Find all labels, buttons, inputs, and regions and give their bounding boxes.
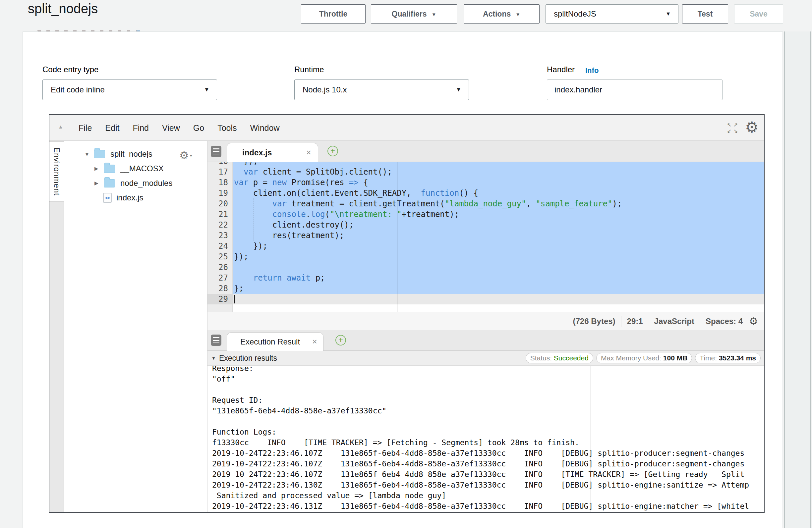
handler-input[interactable] [547, 79, 723, 100]
status-item: 29:1 [621, 316, 649, 327]
page-scrollbar[interactable] [784, 31, 811, 528]
code-tabbar: index.js × + [207, 141, 764, 162]
gutter-line-number: 21 [207, 209, 233, 220]
code-entry-type-label: Code entry type [42, 65, 99, 74]
tree-item-__MACOSX[interactable]: ▶__MACOSX [64, 161, 207, 176]
gutter-line-number: 16 [207, 162, 233, 166]
tab-execution-result[interactable]: Execution Result × [227, 332, 323, 351]
tab-list-icon[interactable] [211, 146, 221, 157]
tree-item-index.js[interactable]: <>index.js [64, 190, 207, 205]
new-tab-button[interactable]: + [335, 335, 346, 346]
menu-go[interactable]: Go [193, 123, 204, 133]
tree-item-label: index.js [116, 193, 143, 202]
test-event-select[interactable]: splitNodeJS ▼ [546, 4, 679, 24]
gutter-line-number: 25 [207, 251, 233, 262]
menu-find[interactable]: Find [133, 123, 149, 133]
clipped-text-sliver [38, 30, 137, 31]
gutter-line-number: 19 [207, 188, 233, 199]
tree-settings-gear-icon[interactable]: ⚙▾ [179, 150, 192, 161]
statusbar-gear-icon[interactable]: ⚙ [749, 316, 758, 327]
execution-results-header: ▼ Execution results Status: SucceededMax… [207, 351, 764, 366]
code-entry-type-select[interactable]: Edit code inline ▼ [42, 79, 217, 100]
code-line-25: }); [234, 251, 248, 262]
throttle-button-label: Throttle [319, 10, 348, 18]
throttle-button[interactable]: Throttle [301, 4, 365, 24]
chevron-collapsed-icon[interactable]: ▶ [95, 180, 104, 186]
menu-view[interactable]: View [162, 123, 180, 133]
handler-info-link[interactable]: Info [585, 66, 598, 75]
log-line: Function Logs: [212, 427, 276, 437]
menu-edit[interactable]: Edit [105, 123, 119, 133]
log-line: "131e865f-6eb4-4dd8-858e-a37ef13330cc" [212, 406, 387, 416]
disclosure-triangle-icon: ▼ [212, 356, 216, 361]
chevron-down-icon: ▼ [666, 11, 671, 17]
execution-results-toggle[interactable]: ▼ Execution results [212, 354, 277, 363]
exec-badge-label: Time: [700, 354, 719, 362]
gutter-line-number: 26 [207, 262, 233, 273]
test-button-label: Test [698, 10, 713, 18]
chevron-down-icon: ▼ [204, 86, 209, 93]
tree-children: ▶__MACOSX▶node_modules<>index.js [64, 161, 207, 205]
new-tab-button[interactable]: + [328, 146, 338, 156]
collapse-panel-icon[interactable]: ▲ [58, 124, 63, 130]
menu-window[interactable]: Window [250, 123, 280, 133]
menu-tools[interactable]: Tools [217, 123, 237, 133]
editor-statusbar: (726 Bytes)29:1JavaScriptSpaces: 4 ⚙ [207, 312, 764, 330]
menu-file[interactable]: File [78, 123, 92, 133]
code-line-17: var client = SplitObj.client(); [234, 166, 392, 177]
chevron-small-icon: ▾ [190, 150, 192, 161]
page-title: split_nodejs [28, 1, 98, 16]
gutter-line-number: 17 [207, 166, 233, 177]
log-line: Sanitized and processed value => [lambda… [212, 490, 446, 501]
chevron-down-icon: ▼ [456, 86, 461, 93]
tab-list-icon[interactable] [211, 335, 221, 346]
close-tab-icon[interactable]: × [312, 337, 317, 347]
code-line-22: client.destroy(); [234, 220, 354, 230]
chevron-expanded-icon[interactable]: ▼ [85, 151, 94, 157]
code-line-16: }); [234, 162, 258, 166]
test-button[interactable]: Test [682, 4, 728, 24]
runtime-value: Node.js 10.x [303, 85, 347, 94]
handler-label: Handler [547, 65, 575, 74]
environment-tab[interactable]: Environment [49, 142, 64, 202]
exec-badge-value: 3523.34 ms [719, 354, 756, 362]
status-item: Spaces: 4 [700, 316, 748, 327]
code-editor-viewport[interactable]: 1617181920212223242526272829 }); var cli… [207, 162, 764, 312]
exec-badge-label: Max Memory Used: [601, 354, 663, 362]
tab-execution-result-label: Execution Result [240, 337, 300, 347]
environment-tab-label: Environment [52, 147, 61, 196]
code-line-18: var p = new Promise(res => { [234, 177, 368, 188]
menu-items: FileEditFindViewGoToolsWindow [78, 115, 279, 141]
log-line: 2019-10-24T22:23:46.107Z 131e865f-6eb4-4… [212, 458, 744, 469]
execution-badges: Status: SucceededMax Memory Used: 100 MB… [526, 353, 760, 363]
chevron-collapsed-icon[interactable]: ▶ [95, 166, 104, 172]
log-line: Request ID: [212, 395, 262, 406]
folder-icon [94, 150, 105, 158]
execution-results-title: Execution results [219, 354, 277, 363]
fullscreen-icon[interactable]: ↖↗↙↘ [726, 121, 739, 134]
exec-badge: Status: Succeeded [526, 353, 593, 363]
editor-settings-gear-icon[interactable]: ⚙ [745, 119, 759, 135]
log-line: 2019-10-24T22:23:46.107Z 131e865f-6eb4-4… [212, 469, 744, 480]
folder-icon [104, 179, 115, 188]
text-cursor [234, 295, 235, 304]
code-line-21: console.log("\ntreatment: "+treatment); [234, 209, 459, 220]
code-line-19: client.on(client.Event.SDK_READY, functi… [234, 188, 478, 199]
execution-log-viewport: Response:"off"Request ID:"131e865f-6eb4-… [207, 366, 764, 512]
tree-item-node_modules[interactable]: ▶node_modules [64, 176, 207, 190]
log-line: 2019-10-24T22:23:46.130Z 131e865f-6eb4-4… [212, 480, 749, 490]
exec-tabbar: Execution Result × + [207, 330, 764, 351]
save-button[interactable]: Save [734, 4, 783, 24]
runtime-select[interactable]: Node.js 10.x ▼ [294, 79, 469, 100]
actions-button[interactable]: Actions ▼ [464, 4, 539, 24]
qualifiers-button[interactable]: Qualifiers ▼ [371, 4, 457, 24]
actions-button-label: Actions [483, 10, 511, 18]
qualifiers-button-label: Qualifiers [392, 10, 427, 18]
cloud9-editor-window: ▲ FileEditFindViewGoToolsWindow ↖↗↙↘ ⚙ E… [49, 114, 765, 513]
log-line: Response: [212, 366, 253, 373]
close-tab-icon[interactable]: × [306, 147, 311, 158]
tree-root-label: split_nodejs [110, 149, 153, 159]
save-button-label: Save [750, 10, 768, 18]
editor-menubar: ▲ FileEditFindViewGoToolsWindow ↖↗↙↘ ⚙ [49, 115, 764, 141]
tab-index-js[interactable]: index.js × [227, 143, 318, 162]
